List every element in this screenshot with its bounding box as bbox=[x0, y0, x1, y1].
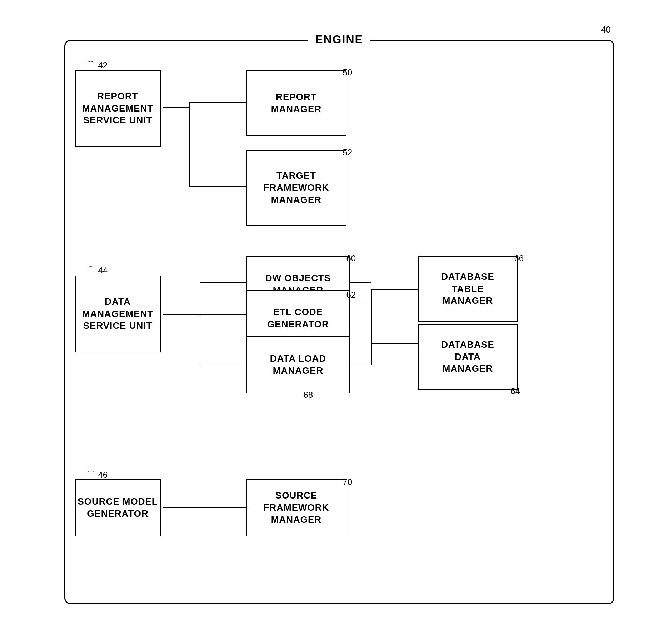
ref-62: 62 bbox=[346, 290, 356, 300]
ref-70: 70 bbox=[343, 477, 353, 487]
target-framework-manager: TARGET FRAMEWORK MANAGER bbox=[246, 150, 346, 226]
ref-52: 52 bbox=[343, 148, 353, 158]
ref-40: 40 bbox=[601, 25, 611, 35]
ref-44: 44 bbox=[98, 266, 108, 276]
ref-46-marker: ⌒ bbox=[87, 469, 95, 480]
ref-42-marker: ⌒ bbox=[87, 60, 95, 70]
database-data-manager: DATABASE DATA MANAGER bbox=[418, 324, 518, 390]
diagram-page: 40 ENGINE bbox=[29, 18, 636, 626]
database-table-manager: DATABASE TABLE MANAGER bbox=[418, 256, 518, 322]
ref-68: 68 bbox=[304, 390, 313, 400]
ref-50: 50 bbox=[343, 68, 353, 78]
source-framework-manager: SOURCE FRAMEWORK MANAGER bbox=[246, 479, 346, 536]
ref-42: 42 bbox=[98, 60, 108, 70]
report-manager: REPORT MANAGER bbox=[246, 70, 346, 136]
ref-44-marker: ⌒ bbox=[87, 265, 95, 276]
data-load-manager: DATA LOAD MANAGER bbox=[246, 336, 350, 393]
data-management-service-unit: DATA MANAGEMENT SERVICE UNIT bbox=[75, 276, 161, 352]
ref-46: 46 bbox=[98, 470, 108, 480]
ref-64: 64 bbox=[511, 386, 520, 396]
ref-66: 66 bbox=[514, 253, 524, 263]
report-management-service-unit: REPORT MANAGEMENT SERVICE UNIT bbox=[75, 70, 161, 147]
engine-label: ENGINE bbox=[308, 33, 370, 46]
source-model-generator: SOURCE MODEL GENERATOR bbox=[75, 479, 161, 536]
ref-60: 60 bbox=[346, 253, 356, 263]
